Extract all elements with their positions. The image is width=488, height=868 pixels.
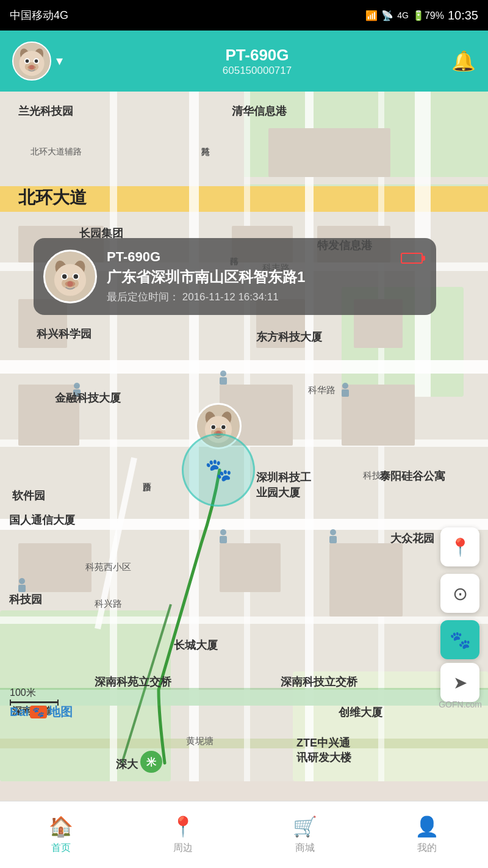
- direction-icon: ➤: [453, 673, 467, 693]
- map-label: 北环大道辅路: [30, 146, 82, 157]
- svg-point-54: [342, 383, 348, 389]
- svg-rect-49: [220, 377, 227, 385]
- route-icon: 📍: [450, 537, 471, 557]
- locate-icon: ⊙: [453, 583, 468, 604]
- nav-home-label: 首页: [51, 842, 71, 855]
- map-label: 科兴科学园: [37, 327, 92, 341]
- map-label: 大众花园: [390, 531, 434, 546]
- map-label: 软件园: [12, 488, 45, 503]
- svg-rect-59: [18, 585, 26, 592]
- svg-point-50: [220, 371, 226, 377]
- map-label: 深大: [116, 757, 138, 772]
- svg-rect-45: [18, 543, 92, 592]
- svg-point-52: [74, 383, 80, 389]
- highway-label: 北环大道: [18, 186, 87, 209]
- map-label: 国人通信大厦: [9, 513, 75, 527]
- pet-marker[interactable]: 🐾: [182, 433, 255, 507]
- scale-line: [10, 701, 59, 703]
- popup-battery: [401, 253, 423, 264]
- location-icon: 📍: [171, 815, 195, 838]
- battery-icon: 🔋79%: [412, 10, 444, 21]
- map-label: 黄坭塘: [186, 736, 214, 747]
- top-bar: ▾ PT-690G 605150000717 🔔: [0, 31, 488, 92]
- svg-point-10: [29, 65, 34, 70]
- nav-shop-label: 商城: [295, 842, 315, 855]
- svg-rect-53: [342, 389, 349, 397]
- map-label: 长城大厦: [174, 638, 218, 653]
- pet-icon: 🐾: [450, 630, 471, 650]
- nav-profile-label: 我的: [417, 842, 437, 855]
- nav-home[interactable]: 🏠 首页: [0, 815, 122, 855]
- popup-device-name: PT-690G: [107, 249, 391, 265]
- popup-box: PT-690G 广东省深圳市南山区科智东路1 最后定位时间： 2016-11-1…: [34, 238, 436, 315]
- status-bar: 中国移动4G 📶 📡 4G 🔋79% 10:35: [0, 0, 488, 31]
- nav-nearby-label: 周边: [173, 842, 193, 855]
- device-info: PT-690G 605150000717: [223, 46, 292, 77]
- map-label: 金融科技大厦: [55, 391, 121, 405]
- map-area[interactable]: 米 兰光科技园 清华信息港 北环大道辅路 北环大道 科苑路 特发信息港 长园集团…: [0, 92, 488, 781]
- nav-shop[interactable]: 🛒 商城: [244, 815, 366, 855]
- svg-rect-55: [220, 536, 227, 543]
- avatar-image: [13, 43, 50, 79]
- bell-icon[interactable]: 🔔: [451, 49, 476, 73]
- svg-text:米: 米: [146, 757, 157, 767]
- locate-button[interactable]: ⊙: [440, 574, 479, 613]
- pet-button[interactable]: 🐾: [440, 620, 479, 659]
- svg-point-58: [330, 529, 336, 535]
- baidu-ditu: 地图: [48, 704, 73, 720]
- svg-point-81: [211, 425, 215, 429]
- user-icon: 👤: [415, 815, 439, 838]
- map-label: 深圳科技工业园大厦: [256, 470, 311, 501]
- carrier-label: 中国移动4G: [10, 8, 68, 23]
- map-label: 深南科技立交桥: [281, 675, 357, 689]
- map-label: 泰阳硅谷公寓: [379, 469, 445, 483]
- bottom-nav: 🏠 首页 📍 周边 🛒 商城 👤 我的: [0, 801, 488, 868]
- svg-rect-46: [220, 543, 281, 592]
- popup-content: PT-690G 广东省深圳市南山区科智东路1 最后定位时间： 2016-11-1…: [107, 249, 391, 304]
- svg-rect-57: [329, 536, 337, 543]
- device-selector[interactable]: ▾: [12, 42, 63, 81]
- phone-icon: 📶: [365, 10, 378, 21]
- scale-text: 100米: [10, 687, 59, 700]
- avatar[interactable]: [12, 42, 51, 81]
- wifi-icon: 📡: [381, 10, 393, 21]
- baidu-logo: Bai 🐾 地图: [10, 704, 73, 720]
- svg-point-73: [67, 281, 73, 287]
- map-label: 科技园: [9, 592, 42, 607]
- svg-rect-47: [329, 543, 403, 617]
- map-label: ZTE中兴通讯研发大楼: [296, 736, 351, 765]
- map-label: 清华信息港: [232, 104, 287, 118]
- watermark: GOFN.com: [439, 700, 482, 709]
- marker-circle: 🐾: [182, 433, 255, 507]
- nav-nearby[interactable]: 📍 周边: [122, 815, 244, 855]
- dropdown-arrow[interactable]: ▾: [56, 53, 63, 69]
- popup-address: 广东省深圳市南山区科智东路1: [107, 267, 391, 286]
- map-label: 兰光科技园: [18, 104, 73, 118]
- signal-label: 4G: [397, 10, 409, 20]
- svg-point-82: [221, 425, 225, 429]
- home-icon: 🏠: [49, 815, 73, 838]
- baidu-paw: 🐾: [30, 706, 47, 718]
- time-label: 10:35: [448, 9, 478, 23]
- device-id: 605150000717: [223, 65, 292, 77]
- map-buttons: 📍 ⊙ 🐾: [440, 527, 479, 659]
- svg-point-71: [74, 274, 78, 278]
- svg-rect-36: [268, 128, 390, 177]
- map-label: 创维大厦: [339, 705, 382, 720]
- map-label: 科华路: [308, 385, 336, 396]
- svg-point-7: [26, 59, 29, 63]
- baidu-text: Bai: [10, 705, 29, 719]
- direction-button[interactable]: ➤: [440, 663, 479, 702]
- svg-point-8: [35, 59, 38, 63]
- map-label: 科苑西小区: [85, 562, 131, 573]
- popup-time: 最后定位时间： 2016-11-12 16:34:11: [107, 290, 391, 304]
- svg-point-56: [220, 529, 226, 535]
- map-label: 科兴路: [95, 598, 122, 610]
- status-icons: 📶 📡 4G 🔋79% 10:35: [365, 9, 478, 23]
- svg-rect-48: [0, 688, 488, 706]
- nav-profile[interactable]: 👤 我的: [366, 815, 488, 855]
- cart-icon: 🛒: [293, 815, 317, 838]
- svg-point-70: [62, 274, 66, 278]
- route-button[interactable]: 📍: [440, 527, 479, 566]
- device-name: PT-690G: [223, 46, 292, 65]
